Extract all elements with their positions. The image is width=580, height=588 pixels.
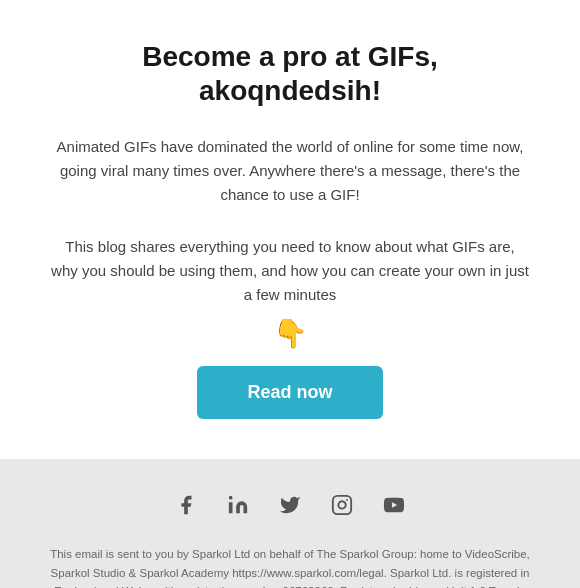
main-content: Become a pro at GIFs, akoqndedsih! Anima… <box>0 0 580 459</box>
facebook-icon[interactable] <box>170 489 202 521</box>
linkedin-icon[interactable] <box>222 489 254 521</box>
twitter-icon[interactable] <box>274 489 306 521</box>
svg-rect-1 <box>333 496 351 514</box>
headline: Become a pro at GIFs, akoqndedsih! <box>50 40 530 107</box>
social-icons-row <box>40 489 540 521</box>
instagram-icon[interactable] <box>326 489 358 521</box>
footer-section: This email is sent to you by Sparkol Ltd… <box>0 459 580 588</box>
email-container: Become a pro at GIFs, akoqndedsih! Anima… <box>0 0 580 588</box>
read-now-button[interactable]: Read now <box>197 366 382 419</box>
pointing-down-emoji: 👇 <box>50 317 530 350</box>
body-text: This blog shares everything you need to … <box>50 235 530 307</box>
description: Animated GIFs have dominated the world o… <box>50 135 530 207</box>
youtube-icon[interactable] <box>378 489 410 521</box>
footer-legal-text: This email is sent to you by Sparkol Ltd… <box>40 545 540 588</box>
svg-point-0 <box>229 496 233 500</box>
